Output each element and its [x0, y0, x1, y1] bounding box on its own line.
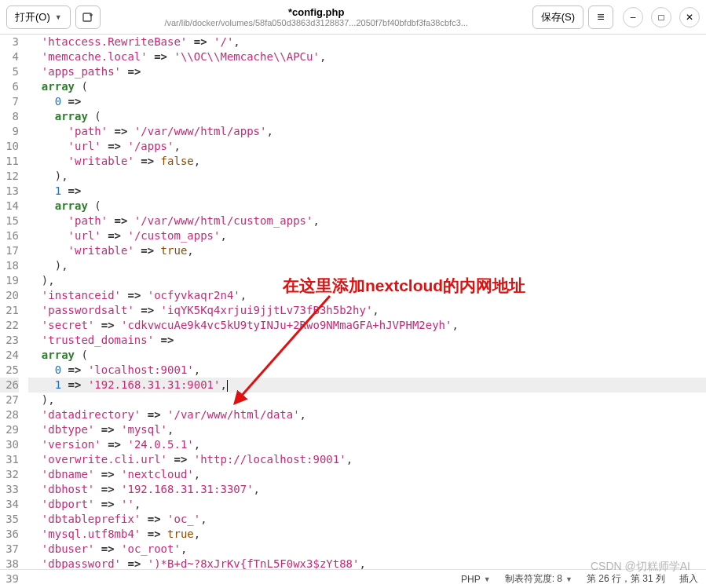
line-number: 13 [0, 184, 19, 199]
maximize-icon: □ [658, 12, 664, 23]
line-number: 5 [0, 64, 19, 79]
code-line[interactable]: 'secret' => 'cdkvwcuAe9k4vc5kU9tyINJu+2R… [28, 318, 706, 333]
code-line[interactable]: 'writable' => false, [28, 154, 706, 169]
code-line[interactable]: 'dbhost' => '192.168.31.31:3307', [28, 482, 706, 497]
code-line[interactable]: 'dbname' => 'nextcloud', [28, 467, 706, 482]
hamburger-icon: ≡ [597, 11, 604, 24]
new-tab-icon [82, 11, 94, 24]
close-icon: ✕ [686, 12, 693, 23]
line-number: 36 [0, 527, 19, 542]
line-number: 6 [0, 79, 19, 94]
maximize-button[interactable]: □ [651, 7, 671, 27]
line-number: 4 [0, 49, 19, 64]
line-number: 7 [0, 94, 19, 109]
line-number: 3 [0, 35, 19, 49]
save-button[interactable]: 保存(S) [532, 5, 583, 29]
close-button[interactable]: ✕ [679, 7, 700, 27]
line-number: 34 [0, 497, 19, 512]
code-line[interactable]: ), [28, 258, 706, 273]
code-line[interactable]: array ( [28, 109, 706, 124]
code-line[interactable]: ), [28, 393, 706, 407]
line-number: 25 [0, 363, 19, 378]
code-line[interactable]: 'dbtype' => 'mysql', [28, 422, 706, 437]
line-number: 33 [0, 482, 19, 497]
filename: *config.php [105, 6, 528, 18]
filepath: /var/lib/docker/volumes/58fa050d3863d312… [105, 18, 528, 27]
line-number: 37 [0, 542, 19, 557]
line-number: 12 [0, 169, 19, 184]
code-line[interactable]: 'url' => '/apps', [28, 139, 706, 154]
line-number: 35 [0, 512, 19, 527]
code-line[interactable]: 'htaccess.RewriteBase' => '/', [28, 35, 706, 49]
editor[interactable]: 3456789101112131415161718192021222324252… [0, 35, 706, 569]
line-number: 9 [0, 124, 19, 139]
code-line[interactable]: 'dbpassword' => ')*B+d~?8xJrKv{fTnL5F0wx… [28, 557, 706, 569]
code-line[interactable]: ), [28, 273, 706, 288]
line-number: 10 [0, 139, 19, 154]
statusbar: PHP ▼ 制表符宽度: 8 ▼ 第 26 行，第 31 列 插入 [0, 569, 706, 588]
code-line[interactable]: 'path' => '/var/www/html/custom_apps', [28, 214, 706, 228]
line-number: 27 [0, 393, 19, 407]
line-number: 16 [0, 228, 19, 243]
line-number: 14 [0, 199, 19, 214]
line-number: 30 [0, 437, 19, 452]
line-number: 19 [0, 273, 19, 288]
line-number: 8 [0, 109, 19, 124]
code-line[interactable]: ), [28, 169, 706, 184]
code-line[interactable]: 0 => 'localhost:9001', [28, 363, 706, 378]
line-number: 17 [0, 243, 19, 258]
line-number: 21 [0, 303, 19, 318]
open-button[interactable]: 打开(O) ▼ [6, 5, 71, 29]
code-line[interactable]: 'dbtableprefix' => 'oc_', [28, 512, 706, 527]
code-line[interactable]: 'writable' => true, [28, 243, 706, 258]
line-number: 24 [0, 348, 19, 363]
code-line[interactable]: 'dbport' => '', [28, 497, 706, 512]
code-line[interactable]: 'passwordsalt' => 'iqYK5Kq4xrjui9jjtLv73… [28, 303, 706, 318]
status-tabwidth[interactable]: 制表符宽度: 8 ▼ [505, 572, 572, 586]
line-gutter: 3456789101112131415161718192021222324252… [0, 35, 25, 569]
code-line[interactable]: 1 => '192.168.31.31:9001', [28, 378, 706, 393]
code-line[interactable]: array ( [28, 348, 706, 363]
code-line[interactable]: 'dbuser' => 'oc_root', [28, 542, 706, 557]
code-area[interactable]: 'htaccess.RewriteBase' => '/', 'memcache… [25, 35, 706, 569]
status-position: 第 26 行，第 31 列 [587, 572, 665, 586]
title-area: *config.php /var/lib/docker/volumes/58fa… [105, 6, 528, 27]
line-number: 29 [0, 422, 19, 437]
code-line[interactable]: array ( [28, 79, 706, 94]
status-mode: 插入 [679, 572, 698, 586]
line-number: 23 [0, 333, 19, 348]
code-line[interactable]: 'path' => '/var/www/html/apps', [28, 124, 706, 139]
window-controls: – □ ✕ [623, 7, 700, 27]
code-line[interactable]: 1 => [28, 184, 706, 199]
chevron-down-icon: ▼ [565, 575, 572, 583]
line-number: 39 [0, 572, 19, 586]
code-line[interactable]: 'mysql.utf8mb4' => true, [28, 527, 706, 542]
code-line[interactable]: 'overwrite.cli.url' => 'http://localhost… [28, 452, 706, 467]
code-line[interactable]: 'apps_paths' => [28, 64, 706, 79]
code-line[interactable]: 'trusted_domains' => [28, 333, 706, 348]
chevron-down-icon: ▼ [55, 13, 62, 21]
line-number: 32 [0, 467, 19, 482]
line-number: 22 [0, 318, 19, 333]
status-language[interactable]: PHP ▼ [461, 574, 491, 585]
new-tab-button[interactable] [75, 5, 101, 29]
open-label: 打开(O) [15, 10, 50, 24]
code-line[interactable]: 'instanceid' => 'ocfyvkaqr2n4', [28, 288, 706, 303]
line-number: 20 [0, 288, 19, 303]
code-line[interactable]: array ( [28, 199, 706, 214]
menu-button[interactable]: ≡ [588, 5, 613, 29]
save-label: 保存(S) [541, 10, 575, 24]
minimize-icon: – [631, 12, 636, 23]
code-line[interactable]: 'datadirectory' => '/var/www/html/data', [28, 407, 706, 422]
code-line[interactable]: 'url' => '/custom_apps', [28, 228, 706, 243]
line-number: 18 [0, 258, 19, 273]
code-line[interactable]: 'memcache.local' => '\\OC\\Memcache\\APC… [28, 49, 706, 64]
titlebar: 打开(O) ▼ *config.php /var/lib/docker/volu… [0, 0, 706, 35]
line-number: 28 [0, 407, 19, 422]
chevron-down-icon: ▼ [484, 575, 491, 583]
code-line[interactable]: 0 => [28, 94, 706, 109]
line-number: 26 [0, 378, 19, 393]
minimize-button[interactable]: – [623, 7, 643, 27]
line-number: 38 [0, 557, 19, 572]
code-line[interactable]: 'version' => '24.0.5.1', [28, 437, 706, 452]
